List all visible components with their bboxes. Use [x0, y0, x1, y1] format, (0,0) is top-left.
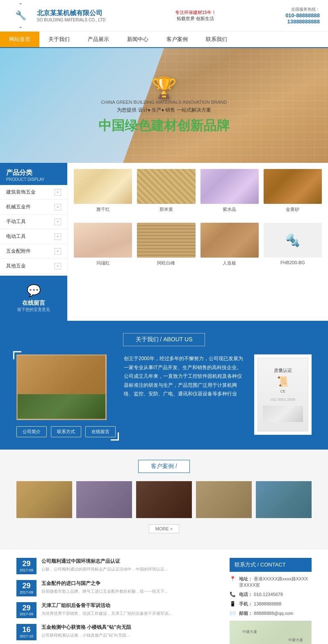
- nav-item-home[interactable]: 网站首页: [0, 32, 39, 47]
- sidebar-item-machine[interactable]: 机械五金件 +: [0, 200, 67, 215]
- banner-title-cn2: 建材创新品牌: [151, 118, 230, 133]
- news-item-4: 16 2017-10 五金检测中心获资格 小楼钱具"钻"向无阻 公司获得检测认证…: [16, 624, 221, 640]
- contact-mobile-text: 手机： 13888888888: [239, 601, 281, 607]
- news-desc-3: 为培养优秀干部销售、培训工作建设，天津工厂组织后备骨干开展军训...: [41, 610, 172, 617]
- nav-link-home[interactable]: 网站首页: [0, 32, 39, 47]
- product-row-1: 雅干红 那米黄 紫水晶 金黄砂: [74, 169, 322, 212]
- sidebar-item-label: 五金配附件: [6, 248, 31, 255]
- product-item-4[interactable]: 金黄砂: [264, 169, 322, 212]
- address-label: 地址：: [239, 576, 253, 581]
- nav-link-products[interactable]: 产品展示: [79, 32, 118, 47]
- cases-grid: [16, 481, 312, 518]
- case-item-2[interactable]: [76, 481, 132, 518]
- case-item-3[interactable]: [136, 481, 192, 518]
- expand-icon[interactable]: +: [55, 189, 61, 196]
- nav-item-contact[interactable]: 联系我们: [197, 32, 236, 47]
- more-button[interactable]: MORE +: [149, 524, 179, 533]
- product-item-5[interactable]: 玛瑙红: [74, 223, 132, 266]
- news-title-4[interactable]: 五金检测中心获资格 小楼钱具"钻"向无阻: [41, 624, 131, 631]
- hero-banner: 🏆 CHINA GREEN BUILDING MATERIALS INNOVAT…: [0, 48, 328, 163]
- case-image-2: [76, 481, 132, 518]
- sidebar-message-button[interactable]: 💬 在线留言 留下您的宝贵意见: [0, 276, 67, 321]
- case-item-5[interactable]: [256, 481, 312, 518]
- about-section: 关于我们 / ABOUT US 公司简介 联系方式 在线留言 创立于2000年，…: [0, 321, 328, 450]
- case-item-4[interactable]: [196, 481, 252, 518]
- sidebar-item-other[interactable]: 其他五金 +: [0, 259, 67, 274]
- expand-icon[interactable]: +: [55, 233, 61, 240]
- product-item-1[interactable]: 雅干红: [74, 169, 132, 212]
- nav-item-cases[interactable]: 客户案例: [157, 32, 197, 47]
- case-item-1[interactable]: [16, 481, 72, 518]
- case-image-5: [256, 481, 312, 518]
- sidebar-title: 产品分类: [6, 169, 61, 177]
- contact-button[interactable]: 联系方式: [51, 426, 81, 437]
- product-image-crystal: [200, 169, 259, 204]
- product-item-8[interactable]: 🔩 FHB200-BG: [264, 223, 322, 266]
- banner-content: 🏆 CHINA GREEN BUILDING MATERIALS INNOVAT…: [98, 76, 230, 135]
- cases-section-title: 客户案例 /: [138, 460, 190, 473]
- contact-mobile: 📱 手机： 13888888888: [230, 601, 312, 607]
- message-label: 在线留言: [6, 299, 61, 307]
- product-item-6[interactable]: 阿旺白峰: [137, 223, 195, 266]
- nav-item-products[interactable]: 产品展示: [79, 32, 118, 47]
- about-title-box: 关于我们 / ABOUT US: [16, 333, 312, 346]
- about-building-image: [16, 354, 107, 420]
- news-year-1: 2017-09: [20, 568, 33, 572]
- nav-link-about[interactable]: 关于我们: [39, 32, 79, 47]
- expand-icon[interactable]: +: [55, 263, 61, 269]
- expand-icon[interactable]: +: [55, 204, 61, 210]
- news-desc-4: 公司获得检测认证格，小钱直接产品"钻"向无阻...: [41, 632, 131, 638]
- product-name-4: 金黄砂: [264, 206, 322, 212]
- cert-stamp: [263, 406, 303, 422]
- company-name-en: SO BUILDING MATERIALS CO., LTD: [37, 18, 105, 22]
- sidebar-item-label: 手动工具: [6, 218, 26, 225]
- product-item-7[interactable]: 人造板: [200, 223, 259, 266]
- product-item-2[interactable]: 那米黄: [137, 169, 195, 212]
- news-content-2: 五金配件的进口与国产之争 目前随着市面上品牌、牌号工进口五金配件都在积极，统一一…: [41, 580, 168, 594]
- expand-icon[interactable]: +: [55, 219, 61, 225]
- news-year-4: 2017-10: [20, 634, 33, 638]
- mobile-label: 手机：: [239, 601, 253, 606]
- news-desc-1: 公丽，公司顺利通过的国环境标志产品认证活动中，中国的环境认证...: [41, 566, 168, 572]
- product-name-3: 紫水晶: [200, 206, 259, 212]
- company-intro-button[interactable]: 公司简介: [16, 426, 47, 437]
- nav-link-contact[interactable]: 联系我们: [197, 32, 236, 47]
- cases-section: 客户案例 / MORE +: [0, 450, 328, 550]
- about-image-area: 公司简介 联系方式 在线留言: [16, 354, 116, 437]
- sidebar-item-manual[interactable]: 手动工具 +: [0, 215, 67, 229]
- expand-icon[interactable]: +: [55, 248, 61, 255]
- about-description: 创立于2000年，经过多年的不懈努力，公司现已发展为一家专业从事IT产品开发、生…: [124, 354, 246, 399]
- news-title-2[interactable]: 五金配件的进口与国产之争: [41, 580, 168, 587]
- sidebar-header: 产品分类 PRODUCT DISPLAY: [0, 163, 67, 185]
- tel-label: 电话：: [239, 592, 253, 597]
- sidebar-item-hardware[interactable]: 建筑装饰五金 +: [0, 185, 67, 200]
- banner-title-cn: 中国: [98, 118, 125, 133]
- cert-logo-icon: 📜: [277, 376, 289, 387]
- news-title-1[interactable]: 公司顺利通过中国环境标志产品认证: [41, 558, 168, 565]
- nav-link-news[interactable]: 新闻中心: [118, 32, 157, 47]
- sidebar-item-parts[interactable]: 五金配附件 +: [0, 244, 67, 259]
- logo-text: 北京某某机械有限公司 SO BUILDING MATERIALS CO., LT…: [37, 9, 105, 22]
- product-image-pink: [74, 223, 132, 258]
- sidebar-item-electric[interactable]: 电动工具 +: [0, 229, 67, 244]
- mobile-value: 13888888888: [254, 601, 281, 606]
- nav-item-news[interactable]: 新闻中心: [118, 32, 157, 47]
- banner-subtitle: CHINA GREEN BUILDING MATERIALS INNOVATIO…: [98, 100, 230, 105]
- product-item-3[interactable]: 紫水晶: [200, 169, 259, 212]
- sidebar-item-label: 电动工具: [6, 233, 26, 240]
- product-name-8: FHB200-BG: [264, 260, 322, 265]
- product-image-marble: [74, 169, 132, 204]
- email-label: 邮箱：: [239, 611, 253, 616]
- news-title-3[interactable]: 天津工厂组织后备骨干军训活动: [41, 602, 172, 609]
- header-slogan: 专注环保建材15年！ 拓载世界 创新生活: [175, 9, 216, 22]
- message-icon: 💬: [6, 284, 61, 297]
- sidebar-item-label: 其他五金: [6, 263, 26, 269]
- nav-item-about[interactable]: 关于我们: [39, 32, 79, 47]
- news-year-2: 2017-09: [20, 590, 33, 594]
- nav-link-cases[interactable]: 客户案例: [157, 32, 197, 47]
- banner-intro: 为您提供 设计♦ 生产♦ 销售 一站式解决方案: [98, 107, 230, 114]
- banner-title-green: 绿色: [125, 118, 151, 133]
- phone1: 010-88888888: [285, 12, 320, 18]
- news-area: 29 2017-09 公司顺利通过中国环境标志产品认证 公丽，公司顺利通过的国环…: [16, 558, 221, 644]
- news-content-3: 天津工厂组织后备骨干军训活动 为培养优秀干部销售、培训工作建设，天津工厂组织后备…: [41, 602, 172, 617]
